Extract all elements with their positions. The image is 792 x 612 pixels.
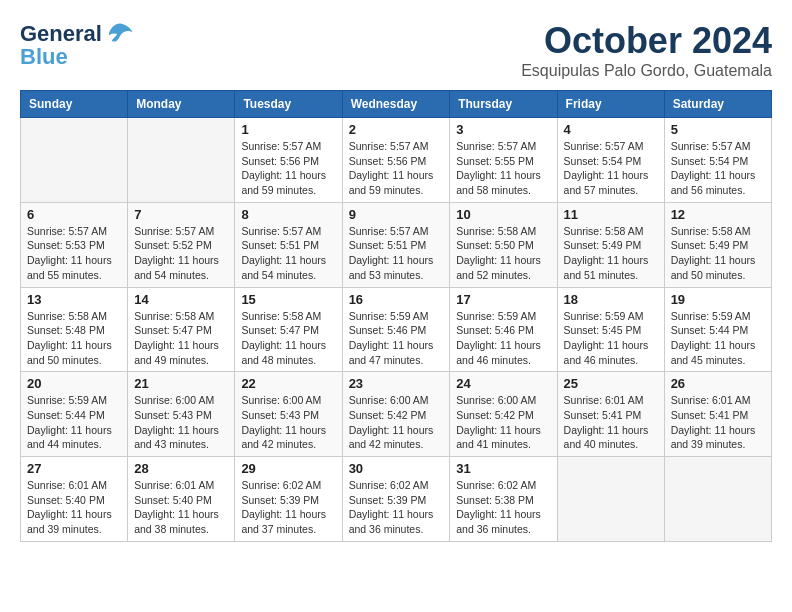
day-info: Sunrise: 6:02 AMSunset: 5:39 PMDaylight:… — [349, 478, 444, 537]
day-info: Sunrise: 6:00 AMSunset: 5:43 PMDaylight:… — [134, 393, 228, 452]
column-header-friday: Friday — [557, 91, 664, 118]
page-header: General Blue October 2024 Esquipulas Pal… — [20, 20, 772, 80]
calendar-cell: 19Sunrise: 5:59 AMSunset: 5:44 PMDayligh… — [664, 287, 771, 372]
title-section: October 2024 Esquipulas Palo Gordo, Guat… — [521, 20, 772, 80]
day-number: 30 — [349, 461, 444, 476]
day-info: Sunrise: 6:01 AMSunset: 5:40 PMDaylight:… — [134, 478, 228, 537]
logo: General Blue — [20, 20, 134, 70]
day-info: Sunrise: 5:59 AMSunset: 5:46 PMDaylight:… — [456, 309, 550, 368]
calendar-cell: 6Sunrise: 5:57 AMSunset: 5:53 PMDaylight… — [21, 202, 128, 287]
day-number: 20 — [27, 376, 121, 391]
calendar-cell — [557, 457, 664, 542]
calendar-header-row: SundayMondayTuesdayWednesdayThursdayFrid… — [21, 91, 772, 118]
day-number: 7 — [134, 207, 228, 222]
day-info: Sunrise: 5:57 AMSunset: 5:52 PMDaylight:… — [134, 224, 228, 283]
calendar-cell: 17Sunrise: 5:59 AMSunset: 5:46 PMDayligh… — [450, 287, 557, 372]
day-info: Sunrise: 5:59 AMSunset: 5:45 PMDaylight:… — [564, 309, 658, 368]
calendar-cell: 18Sunrise: 5:59 AMSunset: 5:45 PMDayligh… — [557, 287, 664, 372]
day-info: Sunrise: 5:59 AMSunset: 5:44 PMDaylight:… — [671, 309, 765, 368]
day-info: Sunrise: 5:57 AMSunset: 5:56 PMDaylight:… — [349, 139, 444, 198]
calendar-cell: 20Sunrise: 5:59 AMSunset: 5:44 PMDayligh… — [21, 372, 128, 457]
calendar-week-row: 6Sunrise: 5:57 AMSunset: 5:53 PMDaylight… — [21, 202, 772, 287]
logo-bird-icon — [106, 20, 134, 48]
calendar-cell: 22Sunrise: 6:00 AMSunset: 5:43 PMDayligh… — [235, 372, 342, 457]
calendar-table: SundayMondayTuesdayWednesdayThursdayFrid… — [20, 90, 772, 542]
calendar-cell: 9Sunrise: 5:57 AMSunset: 5:51 PMDaylight… — [342, 202, 450, 287]
calendar-cell — [21, 118, 128, 203]
day-number: 5 — [671, 122, 765, 137]
day-info: Sunrise: 5:58 AMSunset: 5:50 PMDaylight:… — [456, 224, 550, 283]
calendar-week-row: 20Sunrise: 5:59 AMSunset: 5:44 PMDayligh… — [21, 372, 772, 457]
calendar-cell: 28Sunrise: 6:01 AMSunset: 5:40 PMDayligh… — [128, 457, 235, 542]
day-number: 15 — [241, 292, 335, 307]
location-subtitle: Esquipulas Palo Gordo, Guatemala — [521, 62, 772, 80]
day-number: 22 — [241, 376, 335, 391]
day-number: 16 — [349, 292, 444, 307]
day-number: 29 — [241, 461, 335, 476]
calendar-cell: 16Sunrise: 5:59 AMSunset: 5:46 PMDayligh… — [342, 287, 450, 372]
calendar-cell: 14Sunrise: 5:58 AMSunset: 5:47 PMDayligh… — [128, 287, 235, 372]
day-info: Sunrise: 6:01 AMSunset: 5:41 PMDaylight:… — [671, 393, 765, 452]
column-header-tuesday: Tuesday — [235, 91, 342, 118]
calendar-cell: 1Sunrise: 5:57 AMSunset: 5:56 PMDaylight… — [235, 118, 342, 203]
day-number: 24 — [456, 376, 550, 391]
day-number: 1 — [241, 122, 335, 137]
day-info: Sunrise: 5:57 AMSunset: 5:55 PMDaylight:… — [456, 139, 550, 198]
column-header-monday: Monday — [128, 91, 235, 118]
day-number: 4 — [564, 122, 658, 137]
day-info: Sunrise: 5:58 AMSunset: 5:48 PMDaylight:… — [27, 309, 121, 368]
calendar-cell: 30Sunrise: 6:02 AMSunset: 5:39 PMDayligh… — [342, 457, 450, 542]
day-info: Sunrise: 5:58 AMSunset: 5:49 PMDaylight:… — [671, 224, 765, 283]
day-number: 21 — [134, 376, 228, 391]
calendar-cell — [664, 457, 771, 542]
calendar-week-row: 1Sunrise: 5:57 AMSunset: 5:56 PMDaylight… — [21, 118, 772, 203]
day-info: Sunrise: 5:57 AMSunset: 5:51 PMDaylight:… — [349, 224, 444, 283]
calendar-cell: 29Sunrise: 6:02 AMSunset: 5:39 PMDayligh… — [235, 457, 342, 542]
calendar-cell: 7Sunrise: 5:57 AMSunset: 5:52 PMDaylight… — [128, 202, 235, 287]
day-number: 23 — [349, 376, 444, 391]
day-info: Sunrise: 5:57 AMSunset: 5:51 PMDaylight:… — [241, 224, 335, 283]
calendar-cell: 4Sunrise: 5:57 AMSunset: 5:54 PMDaylight… — [557, 118, 664, 203]
calendar-cell: 25Sunrise: 6:01 AMSunset: 5:41 PMDayligh… — [557, 372, 664, 457]
calendar-cell: 31Sunrise: 6:02 AMSunset: 5:38 PMDayligh… — [450, 457, 557, 542]
day-number: 3 — [456, 122, 550, 137]
day-number: 17 — [456, 292, 550, 307]
calendar-cell: 5Sunrise: 5:57 AMSunset: 5:54 PMDaylight… — [664, 118, 771, 203]
day-number: 19 — [671, 292, 765, 307]
day-info: Sunrise: 6:01 AMSunset: 5:41 PMDaylight:… — [564, 393, 658, 452]
day-number: 11 — [564, 207, 658, 222]
day-info: Sunrise: 5:58 AMSunset: 5:47 PMDaylight:… — [241, 309, 335, 368]
day-number: 9 — [349, 207, 444, 222]
day-info: Sunrise: 5:57 AMSunset: 5:56 PMDaylight:… — [241, 139, 335, 198]
day-number: 13 — [27, 292, 121, 307]
day-info: Sunrise: 5:57 AMSunset: 5:53 PMDaylight:… — [27, 224, 121, 283]
calendar-cell: 26Sunrise: 6:01 AMSunset: 5:41 PMDayligh… — [664, 372, 771, 457]
calendar-week-row: 27Sunrise: 6:01 AMSunset: 5:40 PMDayligh… — [21, 457, 772, 542]
day-number: 26 — [671, 376, 765, 391]
calendar-cell: 3Sunrise: 5:57 AMSunset: 5:55 PMDaylight… — [450, 118, 557, 203]
column-header-thursday: Thursday — [450, 91, 557, 118]
day-number: 8 — [241, 207, 335, 222]
day-info: Sunrise: 5:58 AMSunset: 5:49 PMDaylight:… — [564, 224, 658, 283]
day-number: 14 — [134, 292, 228, 307]
calendar-cell: 12Sunrise: 5:58 AMSunset: 5:49 PMDayligh… — [664, 202, 771, 287]
calendar-week-row: 13Sunrise: 5:58 AMSunset: 5:48 PMDayligh… — [21, 287, 772, 372]
day-number: 31 — [456, 461, 550, 476]
day-info: Sunrise: 5:58 AMSunset: 5:47 PMDaylight:… — [134, 309, 228, 368]
day-info: Sunrise: 5:59 AMSunset: 5:44 PMDaylight:… — [27, 393, 121, 452]
calendar-cell: 24Sunrise: 6:00 AMSunset: 5:42 PMDayligh… — [450, 372, 557, 457]
day-number: 27 — [27, 461, 121, 476]
day-info: Sunrise: 6:00 AMSunset: 5:43 PMDaylight:… — [241, 393, 335, 452]
day-info: Sunrise: 6:00 AMSunset: 5:42 PMDaylight:… — [349, 393, 444, 452]
column-header-sunday: Sunday — [21, 91, 128, 118]
day-info: Sunrise: 5:57 AMSunset: 5:54 PMDaylight:… — [564, 139, 658, 198]
calendar-cell: 8Sunrise: 5:57 AMSunset: 5:51 PMDaylight… — [235, 202, 342, 287]
calendar-cell: 11Sunrise: 5:58 AMSunset: 5:49 PMDayligh… — [557, 202, 664, 287]
calendar-cell: 2Sunrise: 5:57 AMSunset: 5:56 PMDaylight… — [342, 118, 450, 203]
day-number: 2 — [349, 122, 444, 137]
day-info: Sunrise: 6:02 AMSunset: 5:38 PMDaylight:… — [456, 478, 550, 537]
day-number: 28 — [134, 461, 228, 476]
calendar-cell: 21Sunrise: 6:00 AMSunset: 5:43 PMDayligh… — [128, 372, 235, 457]
calendar-cell: 10Sunrise: 5:58 AMSunset: 5:50 PMDayligh… — [450, 202, 557, 287]
day-number: 25 — [564, 376, 658, 391]
